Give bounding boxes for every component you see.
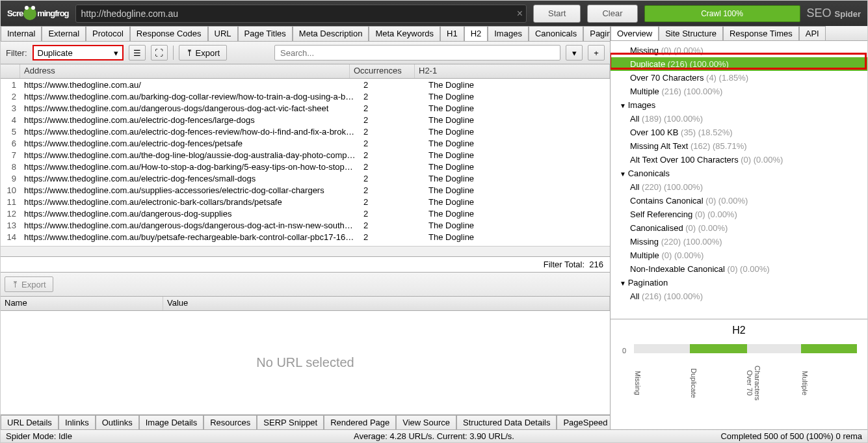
- table-row[interactable]: 7https://www.thedogline.com.au/the-dog-l…: [1, 149, 610, 161]
- tab-meta-keywords[interactable]: Meta Keywords: [369, 26, 440, 41]
- tree-item[interactable]: Alt Text Over 100 Characters (0) (0.00%): [611, 153, 867, 167]
- search-dropdown-icon[interactable]: ▾: [566, 45, 583, 60]
- clear-url-icon[interactable]: ×: [517, 8, 523, 20]
- tree-category[interactable]: Canonicals: [611, 167, 867, 180]
- col-address[interactable]: Address: [20, 64, 350, 78]
- bottom-tab-inlinks[interactable]: Inlinks: [59, 415, 96, 429]
- tree-item[interactable]: Canonicalised (0) (0.00%): [611, 221, 867, 235]
- tree-item[interactable]: All (220) (100.00%): [611, 180, 867, 194]
- col-value[interactable]: Value: [163, 297, 610, 310]
- table-row[interactable]: 14https://www.thedogline.com.au/buy/pets…: [1, 231, 610, 243]
- filter-total: Filter Total: 216: [1, 257, 610, 273]
- bottom-tab-view-source[interactable]: View Source: [396, 415, 456, 429]
- tree-item[interactable]: Self Referencing (0) (0.00%): [611, 208, 867, 221]
- tree-item[interactable]: Over 100 KB (35) (18.52%): [611, 126, 867, 139]
- upload-icon: ⤒: [186, 48, 193, 58]
- bottom-tabs: URL DetailsInlinksOutlinksImage DetailsR…: [1, 414, 610, 429]
- table-row[interactable]: 8https://www.thedogline.com.au/How-to-st…: [1, 161, 610, 172]
- add-column-icon[interactable]: +: [588, 45, 605, 60]
- tree-item[interactable]: Missing Alt Text (162) (85.71%): [611, 139, 867, 153]
- tab-pagination[interactable]: Pagination: [583, 26, 611, 41]
- tree-item[interactable]: Over 70 Characters (4) (1.85%): [611, 71, 867, 85]
- chart-label: Duplicate: [690, 357, 746, 409]
- tree-item[interactable]: Contains Canonical (0) (0.00%): [611, 194, 867, 208]
- chart-label: Missing: [634, 357, 690, 409]
- search-input[interactable]: [274, 45, 560, 60]
- tree-category[interactable]: Pagination: [611, 276, 867, 289]
- table-row[interactable]: 11https://www.thedogline.com.au/electron…: [1, 196, 610, 208]
- bottom-tab-structured-data-details[interactable]: Structured Data Details: [456, 415, 557, 429]
- table-row[interactable]: 10https://www.thedogline.com.au/supplies…: [1, 184, 610, 196]
- chevron-down-icon: ▾: [114, 48, 118, 58]
- filter-bar: Filter: Duplicate▾ ☰ ⛶ ⤒Export ▾ +: [1, 42, 610, 64]
- tab-internal[interactable]: Internal: [1, 26, 42, 41]
- tree-item[interactable]: Multiple (0) (0.00%): [611, 248, 867, 262]
- tab-response-codes[interactable]: Response Codes: [130, 26, 208, 41]
- bottom-tab-image-details[interactable]: Image Details: [139, 415, 204, 429]
- right-tab-response-times[interactable]: Response Times: [723, 26, 799, 40]
- table-row[interactable]: 3https://www.thedogline.com.au/dangerous…: [1, 102, 610, 114]
- bottom-tab-serp-snippet[interactable]: SERP Snippet: [257, 415, 324, 429]
- url-input-wrap: ×: [75, 5, 527, 23]
- list-view-icon[interactable]: ☰: [129, 45, 146, 60]
- bottom-tab-rendered-page[interactable]: Rendered Page: [324, 415, 396, 429]
- url-input[interactable]: [75, 5, 527, 23]
- table-row[interactable]: 12https://www.thedogline.com.au/dangerou…: [1, 208, 610, 219]
- detail-header: Name Value: [1, 297, 610, 311]
- table-row[interactable]: 4https://www.thedogline.com.au/electric-…: [1, 114, 610, 126]
- table-row[interactable]: 1https://www.thedogline.com.au/2The Dogl…: [1, 79, 610, 90]
- tree-view-icon[interactable]: ⛶: [151, 45, 168, 60]
- bottom-tab-url-details[interactable]: URL Details: [1, 415, 59, 429]
- chart-label: Multiple: [801, 357, 857, 409]
- app-logo: Scremingfrog: [7, 7, 69, 20]
- tab-protocol[interactable]: Protocol: [86, 26, 130, 41]
- tab-meta-description[interactable]: Meta Description: [293, 26, 369, 41]
- right-tab-site-structure[interactable]: Site Structure: [659, 26, 723, 40]
- status-speed: Average: 4.28 URL/s. Current: 3.90 URL/s…: [354, 431, 514, 441]
- top-toolbar: Scremingfrog × Start Clear Crawl 100% SE…: [1, 1, 867, 26]
- bar-over70: [746, 344, 802, 353]
- bottom-tab-resources[interactable]: Resources: [204, 415, 257, 429]
- export-button[interactable]: ⤒Export: [179, 45, 228, 60]
- clear-button[interactable]: Clear: [587, 5, 637, 23]
- tree-category[interactable]: Images: [611, 98, 867, 112]
- tree-item[interactable]: Multiple (216) (100.00%): [611, 85, 867, 98]
- bottom-tab-pagespeed-details[interactable]: PageSpeed Details: [557, 415, 611, 429]
- table-row[interactable]: 6https://www.thedogline.com.au/electric-…: [1, 137, 610, 149]
- tree-item[interactable]: Duplicate (216) (100.00%): [611, 57, 867, 71]
- tree-item[interactable]: All (189) (100.00%): [611, 112, 867, 126]
- tab-images[interactable]: Images: [488, 26, 529, 41]
- bar-missing: [634, 344, 690, 353]
- tree-item[interactable]: Missing (220) (100.00%): [611, 235, 867, 248]
- tab-h2[interactable]: H2: [464, 26, 488, 41]
- grid-body[interactable]: 1https://www.thedogline.com.au/2The Dogl…: [1, 79, 610, 246]
- table-row[interactable]: 2https://www.thedogline.com.au/barking-d…: [1, 90, 610, 102]
- bottom-tab-outlinks[interactable]: Outlinks: [96, 415, 139, 429]
- table-row[interactable]: 13https://www.thedogline.com.au/dangerou…: [1, 219, 610, 231]
- tab-h1[interactable]: H1: [440, 26, 464, 41]
- overview-tree[interactable]: Missing (0) (0.00%)Duplicate (216) (100.…: [611, 41, 867, 319]
- lower-export-button[interactable]: ⤒Export: [5, 276, 53, 292]
- main-tabs: InternalExternalProtocolResponse CodesUR…: [1, 26, 610, 42]
- col-occurrences[interactable]: Occurrences: [350, 64, 415, 78]
- horizontal-scrollbar[interactable]: [1, 246, 610, 256]
- tab-page-titles[interactable]: Page Titles: [238, 26, 293, 41]
- right-tab-overview[interactable]: Overview: [611, 26, 659, 40]
- tree-item[interactable]: All (216) (100.00%): [611, 289, 867, 303]
- table-row[interactable]: 9https://www.thedogline.com.au/electric-…: [1, 172, 610, 184]
- chart-bars: [634, 344, 857, 353]
- right-tab-api[interactable]: API: [799, 26, 826, 40]
- start-button[interactable]: Start: [533, 5, 581, 23]
- tree-item[interactable]: Non-Indexable Canonical (0) (0.00%): [611, 262, 867, 276]
- col-name[interactable]: Name: [1, 297, 163, 310]
- tab-url[interactable]: URL: [208, 26, 238, 41]
- tab-external[interactable]: External: [42, 26, 86, 41]
- no-url-selected: No URL selected: [1, 311, 610, 414]
- bar-duplicate: [690, 344, 746, 353]
- table-row[interactable]: 5https://www.thedogline.com.au/electric-…: [1, 126, 610, 137]
- col-h2-1[interactable]: H2-1: [415, 64, 610, 78]
- grid-header: Address Occurrences H2-1: [1, 64, 610, 79]
- filter-dropdown[interactable]: Duplicate▾: [33, 45, 124, 60]
- tab-canonicals[interactable]: Canonicals: [529, 26, 583, 41]
- tree-item[interactable]: Missing (0) (0.00%): [611, 44, 867, 57]
